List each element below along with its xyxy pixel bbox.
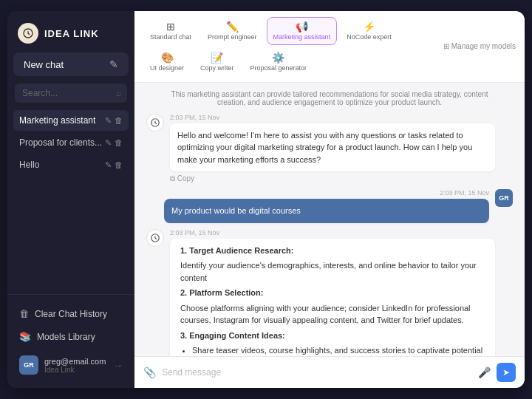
search-icon: ⌕ (116, 88, 121, 98)
model-tab-icon-copy: 📝 (211, 52, 223, 64)
manage-models-label: Manage my models (451, 42, 516, 50)
model-tab-icon-ui: 🎨 (161, 52, 174, 64)
ai-avatar (146, 114, 164, 132)
chat-history: Marketing assistant ✎ 🗑 Proposal for cli… (7, 107, 134, 294)
send-button[interactable]: ➤ (497, 363, 516, 382)
manage-models-button[interactable]: ⊞ Manage my models (443, 42, 516, 50)
msg-time: 2:03 PM, 15 Nov (170, 114, 513, 121)
model-tab-standard[interactable]: ⊞ Standard chat (143, 17, 198, 45)
model-tab-label-ui: UI designer (150, 64, 184, 72)
model-tab-ui[interactable]: 🎨 UI designer (143, 48, 191, 76)
models-library-button[interactable]: 📚 Models Library (15, 325, 127, 348)
msg-bubble: My product would be digital courses (164, 199, 489, 223)
chat-item-actions: ✎ 🗑 (105, 116, 123, 126)
main-content: ⊞ Standard chat ✏️ Prompt engineer 📢 Mar… (134, 11, 525, 388)
chat-history-item-3[interactable]: Hello ✎ 🗑 (13, 154, 129, 175)
chat-history-item-2[interactable]: Proposal for clients... ✎ 🗑 (13, 132, 129, 153)
logout-icon[interactable]: → (113, 360, 123, 371)
model-tabs: ⊞ Standard chat ✏️ Prompt engineer 📢 Mar… (143, 17, 443, 76)
user-app: Idea Link (44, 366, 107, 374)
edit-icon[interactable]: ✎ (105, 116, 112, 126)
message-row-msg3: 2:03 PM, 15 Nov 1. Target Audience Resea… (146, 229, 513, 356)
model-tab-label-standard: Standard chat (150, 33, 191, 41)
user-info: greg@email.com Idea Link (44, 357, 107, 374)
user-avatar: GR (495, 189, 513, 207)
model-tab-label-proposal: Proposal generator (250, 64, 307, 72)
chat-item-actions: ✎ 🗑 (105, 160, 123, 170)
manage-icon: ⊞ (443, 42, 449, 50)
message-row-msg1: 2:03 PM, 15 Nov Hello and welcome! I'm h… (146, 114, 513, 184)
mic-icon[interactable]: 🎤 (478, 366, 491, 378)
chat-item-label: Marketing assistant (19, 115, 105, 126)
model-tab-icon-nocode: ⚡ (363, 21, 375, 33)
msg-action-copy[interactable]: ⧉ Copy (170, 174, 194, 183)
user-email: greg@email.com (44, 357, 107, 366)
edit-icon[interactable]: ✎ (105, 138, 112, 148)
model-tab-nocode[interactable]: ⚡ NoCode expert (340, 17, 398, 45)
msg-time: 2:03 PM, 15 Nov (146, 189, 489, 197)
new-chat-button[interactable]: New chat ✎ (13, 52, 129, 76)
message-input[interactable] (162, 367, 472, 378)
model-tab-label-copy: Copy writer (200, 64, 234, 72)
chat-area: This marketing assistant can provide tai… (134, 83, 525, 356)
delete-icon[interactable]: 🗑 (115, 160, 123, 169)
model-tab-prompt[interactable]: ✏️ Prompt engineer (201, 17, 264, 45)
edit-icon[interactable]: ✎ (105, 160, 112, 170)
msg-time: 2:03 PM, 15 Nov (170, 229, 513, 236)
search-box: ⌕ (15, 83, 127, 103)
model-tab-label-prompt: Prompt engineer (208, 33, 257, 41)
search-input[interactable] (15, 83, 127, 103)
clear-history-label: Clear Chat History (35, 309, 107, 319)
models-library-label: Models Library (37, 332, 95, 342)
msg-content: 2:03 PM, 15 Nov My product would be digi… (146, 189, 489, 223)
model-tab-label-nocode: NoCode expert (347, 33, 392, 41)
edit-icon: ✎ (109, 58, 118, 70)
input-right: 🎤 ➤ (478, 363, 516, 382)
delete-icon[interactable]: 🗑 (115, 138, 123, 147)
avatar: GR (19, 355, 38, 375)
ai-avatar (146, 229, 164, 247)
attach-icon[interactable]: 📎 (143, 366, 156, 378)
msg-bubble: 1. Target Audience Research:Identify you… (170, 239, 495, 356)
msg-content: 2:03 PM, 15 Nov Hello and welcome! I'm h… (170, 114, 513, 184)
chat-item-label: Hello (19, 160, 105, 170)
model-tab-icon-standard: ⊞ (166, 21, 175, 33)
top-bar: ⊞ Standard chat ✏️ Prompt engineer 📢 Mar… (134, 11, 525, 83)
model-tab-proposal[interactable]: ⚙️ Proposal generator (244, 48, 314, 76)
model-tab-label-marketing: Marketing assistant (273, 33, 331, 41)
clear-history-button[interactable]: 🗑 Clear Chat History (15, 302, 127, 325)
model-tab-icon-proposal: ⚙️ (272, 52, 284, 64)
model-tab-icon-marketing: 📢 (296, 21, 308, 33)
message-row-msg2: GR 2:03 PM, 15 Nov My product would be d… (146, 189, 513, 223)
app-title: IDEA LINK (44, 28, 99, 39)
app-window: IDEA LINK New chat ✎ ⌕ Marketing assista… (7, 11, 525, 388)
sidebar: IDEA LINK New chat ✎ ⌕ Marketing assista… (7, 11, 134, 388)
chat-item-actions: ✎ 🗑 (105, 138, 123, 148)
sidebar-bottom: 🗑 Clear Chat History 📚 Models Library GR… (7, 294, 134, 388)
model-tab-copy[interactable]: 📝 Copy writer (194, 48, 241, 76)
chat-history-item-1[interactable]: Marketing assistant ✎ 🗑 (13, 110, 129, 131)
system-message: This marketing assistant can provide tai… (146, 89, 513, 108)
logo-area: IDEA LINK (7, 11, 134, 52)
msg-bubble: Hello and welcome! I'm here to assist yo… (170, 123, 495, 172)
model-tab-icon-prompt: ✏️ (226, 21, 239, 33)
user-profile-row[interactable]: GR greg@email.com Idea Link → (15, 349, 127, 381)
msg-content: 2:03 PM, 15 Nov 1. Target Audience Resea… (170, 229, 513, 356)
logo-icon (18, 23, 38, 44)
trash-icon: 🗑 (19, 308, 29, 319)
models-icon: 📚 (19, 331, 31, 342)
new-chat-label: New chat (24, 59, 64, 70)
chat-item-label: Proposal for clients... (19, 137, 105, 148)
delete-icon[interactable]: 🗑 (115, 116, 123, 125)
model-tab-marketing[interactable]: 📢 Marketing assistant (267, 17, 338, 45)
input-bar: 📎 🎤 ➤ (134, 356, 525, 388)
